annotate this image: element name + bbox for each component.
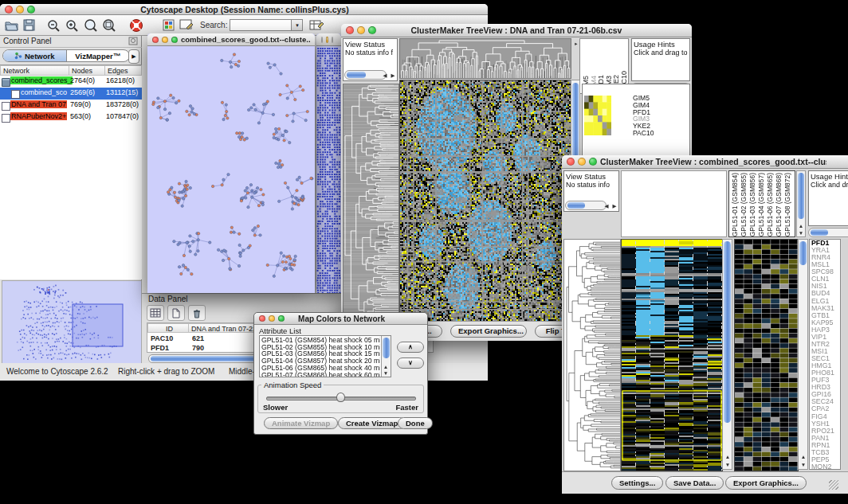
move-up-button[interactable]: ∧ bbox=[397, 342, 424, 353]
create-vizmap-button[interactable]: Create Vizmap bbox=[338, 417, 406, 429]
zoom-fit-icon[interactable] bbox=[101, 18, 117, 33]
tab-vizmapper[interactable]: VizMapper™ bbox=[67, 50, 130, 61]
vizmapper-icon[interactable] bbox=[162, 19, 176, 32]
close-icon[interactable] bbox=[259, 315, 265, 322]
close-icon[interactable] bbox=[346, 26, 354, 34]
attribute-list-item[interactable]: GPL51-02 (GSM855) heat shock 10 min bbox=[261, 344, 380, 351]
zoom-window-icon[interactable] bbox=[278, 315, 285, 322]
main-titlebar[interactable]: Cytoscape Desktop (Session Name: collins… bbox=[0, 4, 488, 15]
scroll-up-icon[interactable]: ▲ bbox=[799, 454, 807, 459]
search-input[interactable]: ▼ bbox=[230, 19, 303, 31]
save-icon[interactable] bbox=[22, 18, 37, 32]
zoom-in-icon[interactable] bbox=[65, 18, 80, 33]
scroll-right-icon[interactable]: ▶ bbox=[610, 203, 618, 209]
help-lifesaver-icon[interactable] bbox=[128, 18, 144, 33]
tv2-zoom-vscrollbar[interactable]: ▲ ▼ bbox=[798, 239, 808, 470]
select-attributes-icon[interactable] bbox=[147, 305, 164, 321]
new-attribute-icon[interactable] bbox=[167, 305, 185, 321]
minimize-icon[interactable] bbox=[162, 37, 168, 43]
scroll-up-icon[interactable]: ▲ bbox=[724, 454, 732, 459]
slider-thumb[interactable] bbox=[336, 393, 345, 402]
attribute-list-item[interactable]: GPL51-06 (GSM865) heat shock 40 min bbox=[261, 365, 380, 372]
network-table-row[interactable]: RNAPuberNov2+563(0)107847(0) bbox=[0, 111, 142, 123]
close-icon[interactable] bbox=[152, 37, 159, 43]
tv2-column-label[interactable]: GPL51-08 (GSM872) bbox=[783, 173, 792, 236]
minimize-icon[interactable] bbox=[357, 26, 365, 34]
treeview2-titlebar[interactable]: ClusterMaker TreeView : combined_scores_… bbox=[562, 155, 848, 169]
network-canvas[interactable] bbox=[147, 46, 315, 293]
network-table-row[interactable]: DNA and Tran 07769(0)183728(0) bbox=[0, 100, 142, 111]
tv2-column-label[interactable]: GPL51-06 (GSM865) bbox=[766, 173, 775, 236]
tv1-row-dendrogram[interactable] bbox=[343, 84, 399, 324]
tv2-column-label[interactable]: GPL51-02 (GSM855) bbox=[740, 173, 748, 236]
tv2-column-label[interactable]: GPL51-04 (GSM857) bbox=[757, 173, 766, 236]
tv2-zoom-heatmap[interactable] bbox=[734, 239, 799, 471]
scroll-down-icon[interactable]: ▼ bbox=[799, 462, 807, 467]
scroll-up-icon[interactable]: ▲ bbox=[382, 364, 390, 369]
scroll-down-icon[interactable]: ▼ bbox=[797, 230, 805, 236]
network-overview-thumbnail[interactable] bbox=[2, 280, 142, 365]
attribute-list-item[interactable]: GPL51-04 (GSM857) heat shock 20 min bbox=[261, 357, 380, 365]
tab-network[interactable]: Network bbox=[3, 50, 67, 61]
tv2-column-labels[interactable]: GPL51-01 (GSM854)GPL51-02 (GSM855)GPL51-… bbox=[728, 170, 795, 237]
zoom-out-icon[interactable] bbox=[46, 18, 62, 33]
tv2-gene-labels[interactable]: PFD1YRA1RNR4MSL1SPC98CLN1NIS1BUD4ELG1MAK… bbox=[809, 239, 841, 470]
tv2-column-label[interactable]: GPL51-01 (GSM854) bbox=[731, 173, 740, 236]
zoom-window-icon[interactable] bbox=[171, 37, 178, 43]
tab-overflow-button[interactable]: ▶ bbox=[128, 49, 139, 64]
attribute-list-item[interactable]: GPL51-07 (GSM868) heat shock 60 min bbox=[261, 372, 380, 377]
attribute-table-icon[interactable] bbox=[308, 18, 324, 32]
network-view-titlebar[interactable]: combined_scores_good.txt--cluste... bbox=[147, 33, 315, 46]
scroll-down-icon[interactable]: ▼ bbox=[382, 370, 390, 376]
behind-window-titlebar[interactable] bbox=[316, 33, 341, 46]
tv2-status-hscrollbar[interactable] bbox=[565, 201, 607, 210]
minimize-icon[interactable] bbox=[578, 158, 586, 166]
zoom-window-icon[interactable] bbox=[368, 26, 376, 34]
animation-speed-slider[interactable] bbox=[266, 393, 416, 402]
close-icon[interactable] bbox=[5, 6, 13, 14]
treeview1-titlebar[interactable]: ClusterMaker TreeView : DNA and Tran 07-… bbox=[341, 24, 692, 37]
resize-grip-icon[interactable] bbox=[829, 480, 838, 490]
tv2-collabel-vscrollbar[interactable]: ▲ ▼ bbox=[796, 170, 806, 237]
scroll-left-icon[interactable]: ◀ bbox=[603, 203, 610, 209]
tv1-export-graphics-button[interactable]: Export Graphics... bbox=[450, 325, 527, 338]
attr-header-id[interactable]: ID bbox=[147, 323, 189, 333]
zoom-window-icon[interactable] bbox=[332, 37, 333, 43]
tv1-zoom-heatmap[interactable] bbox=[584, 96, 611, 135]
minimize-icon[interactable] bbox=[16, 6, 24, 14]
minimize-icon[interactable] bbox=[326, 37, 328, 43]
tv1-heatmap[interactable] bbox=[399, 80, 571, 324]
tv1-row-label[interactable]: PAC10 bbox=[633, 130, 654, 137]
delete-attribute-icon[interactable] bbox=[188, 305, 206, 321]
tv2-column-label[interactable]: GPL51-07 (GSM868) bbox=[775, 173, 783, 236]
zoom-window-icon[interactable] bbox=[589, 158, 597, 166]
open-folder-icon[interactable] bbox=[4, 18, 19, 32]
attribute-list-item[interactable]: GPL51-03 (GSM856) heat shock 15 min bbox=[261, 350, 380, 357]
tv2-row-dendrogram[interactable] bbox=[563, 239, 621, 471]
done-button[interactable]: Done bbox=[398, 417, 433, 429]
scroll-up-icon[interactable]: ▲ bbox=[797, 223, 805, 229]
attribute-listbox[interactable]: GPL51-01 (GSM854) heat shock 05 minGPL51… bbox=[259, 335, 391, 377]
minimize-icon[interactable] bbox=[269, 315, 275, 322]
attribute-list-item[interactable]: GPL51-01 (GSM854) heat shock 05 min bbox=[261, 337, 380, 344]
zoom-window-icon[interactable] bbox=[27, 6, 35, 14]
network-table-row[interactable]: combined_sco2569(6)13112(15) bbox=[0, 88, 142, 100]
network-table-header-network[interactable]: Network bbox=[0, 65, 69, 76]
tv2-column-dendrogram-area[interactable] bbox=[621, 170, 727, 237]
search-dropdown-icon[interactable]: ▼ bbox=[291, 20, 302, 30]
tv2-gene-label[interactable]: MON2 bbox=[811, 463, 840, 470]
dialog-titlebar[interactable]: Map Colors to Network bbox=[254, 313, 427, 325]
close-icon[interactable] bbox=[321, 37, 323, 43]
annotation-icon[interactable] bbox=[179, 18, 194, 32]
float-panel-icon[interactable] bbox=[128, 37, 139, 46]
scroll-right-icon[interactable]: ▶ bbox=[389, 72, 397, 78]
tv2-usage-hscrollbar[interactable] bbox=[808, 228, 848, 237]
tv2-heatmap-vscrollbar[interactable]: ▲ ▼ bbox=[722, 239, 732, 470]
tv2-heatmap[interactable] bbox=[621, 239, 723, 471]
scroll-down-icon[interactable]: ▼ bbox=[724, 462, 732, 467]
animate-vizmap-button[interactable]: Animate Vizmap bbox=[264, 417, 338, 429]
attribute-list-vscrollbar[interactable]: ▲ ▼ bbox=[381, 336, 391, 377]
tv1-row-labels[interactable]: GIM5GIM4PFD1GIM3YKE2PAC10 bbox=[633, 95, 654, 137]
network-table-row[interactable]: combined_scores_2764(0)16218(0) bbox=[0, 76, 142, 88]
scroll-left-icon[interactable]: ◀ bbox=[381, 72, 389, 78]
